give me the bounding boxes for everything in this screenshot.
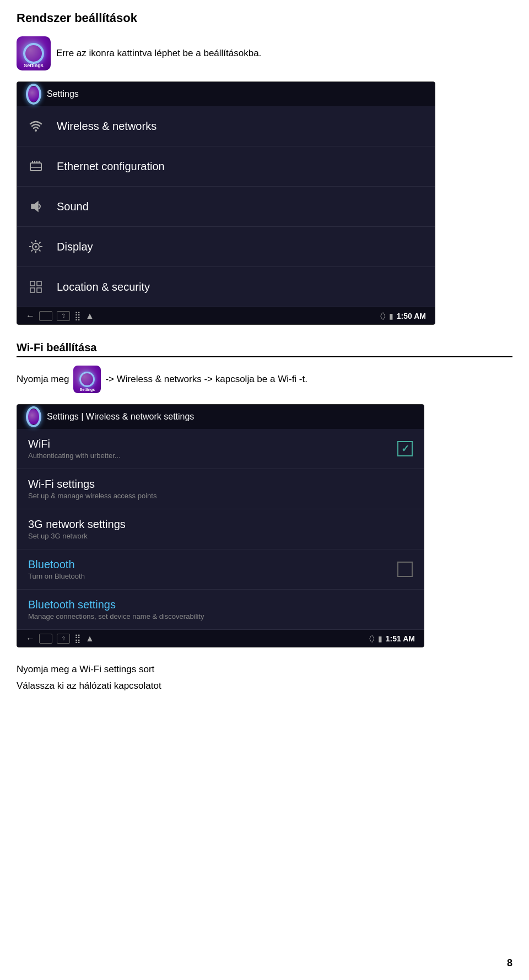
bluetooth-title: Bluetooth bbox=[28, 558, 85, 571]
svg-rect-1 bbox=[30, 163, 41, 171]
bluetooth-subtitle: Turn on Bluetooth bbox=[28, 572, 85, 580]
wireless-item-wifi[interactable]: WiFi Authenticating with urbetter... ✓ bbox=[17, 429, 424, 469]
settings-header-title: Settings bbox=[47, 89, 79, 99]
bluetooth-item-left: Bluetooth Turn on Bluetooth bbox=[28, 558, 85, 580]
menu-item-location-label: Location & security bbox=[57, 281, 150, 293]
display-icon bbox=[26, 237, 46, 257]
svg-rect-18 bbox=[30, 281, 35, 286]
menu-item-display[interactable]: Display bbox=[17, 227, 435, 267]
statusbar-right-2: 〈〉 ▮ 1:51 AM bbox=[369, 634, 415, 643]
svg-rect-19 bbox=[37, 281, 41, 286]
svg-marker-7 bbox=[31, 202, 38, 211]
ethernet-icon bbox=[26, 156, 46, 176]
3g-title: 3G network settings bbox=[28, 518, 126, 531]
volume-status-icon: 〈〉 bbox=[380, 311, 386, 320]
instruction-prefix: Nyomja meg bbox=[17, 374, 69, 385]
bottom-text-1: Nyomja meg a Wi-Fi settings sort bbox=[17, 664, 512, 675]
svg-line-14 bbox=[31, 242, 33, 244]
bluetoothsettings-subtitle: Manage connections, set device name & di… bbox=[28, 612, 204, 620]
settings-icon-label: Settings bbox=[17, 63, 51, 68]
statusbar-nav: ← ⇧ ⣿ ▲ bbox=[26, 311, 94, 321]
svg-line-15 bbox=[39, 250, 41, 252]
bottom-text-2: Válassza ki az hálózati kapcsolatot bbox=[17, 680, 512, 692]
sound-icon bbox=[26, 197, 46, 216]
header-settings-icon bbox=[26, 86, 41, 102]
status-time-2: 1:51 AM bbox=[386, 634, 415, 643]
wireless-screen: Settings | Wireless & network settings W… bbox=[17, 404, 424, 647]
svg-rect-21 bbox=[37, 288, 41, 292]
wireless-item-wifisettings[interactable]: Wi-Fi settings Set up & manage wireless … bbox=[17, 469, 424, 509]
wireless-header: Settings | Wireless & network settings bbox=[17, 405, 424, 429]
battery-icon: ▮ bbox=[389, 312, 393, 320]
volume-status-icon-2: 〈〉 bbox=[369, 634, 375, 643]
statusbar-1: ← ⇧ ⣿ ▲ 〈〉 ▮ 1:50 AM bbox=[17, 307, 435, 324]
statusbar-2: ← ⇧ ⣿ ▲ 〈〉 ▮ 1:51 AM bbox=[17, 630, 424, 647]
wifisettings-subtitle: Set up & manage wireless access points bbox=[28, 492, 156, 500]
settings-header: Settings bbox=[17, 82, 435, 106]
wifi-subtitle: Authenticating with urbetter... bbox=[28, 451, 121, 460]
wireless-item-3g[interactable]: 3G network settings Set up 3G network bbox=[17, 509, 424, 549]
statusbar-right-1: 〈〉 ▮ 1:50 AM bbox=[380, 311, 426, 320]
page-number: 8 bbox=[507, 957, 512, 969]
svg-rect-20 bbox=[30, 288, 35, 292]
intro-block: Settings Erre az ikonra kattintva léphet… bbox=[17, 36, 512, 70]
page-title: Rendszer beállítások bbox=[17, 11, 512, 25]
svg-point-0 bbox=[35, 129, 37, 132]
status-time-1: 1:50 AM bbox=[397, 312, 426, 320]
nav-usb: ⣿ bbox=[74, 311, 81, 321]
intro-text: Erre az ikonra kattintva léphet be a beá… bbox=[56, 48, 261, 59]
wifi-item-left: WiFi Authenticating with urbetter... bbox=[28, 438, 121, 460]
bluetoothsettings-title: Bluetooth settings bbox=[28, 598, 204, 611]
svg-line-16 bbox=[31, 250, 33, 252]
statusbar-2-nav: ← ⇧ ⣿ ▲ bbox=[26, 633, 94, 644]
menu-item-display-label: Display bbox=[57, 241, 93, 253]
bluetoothsettings-item-left: Bluetooth settings Manage connections, s… bbox=[28, 598, 204, 620]
menu-item-ethernet[interactable]: Ethernet configuration bbox=[17, 146, 435, 187]
instruction-suffix: -> Wireless & networks -> kapcsolja be a… bbox=[105, 374, 307, 385]
nav-back: ← bbox=[26, 311, 35, 321]
wifi-instruction: Nyomja meg Settings -> Wireless & networ… bbox=[17, 366, 512, 393]
battery-icon-2: ▮ bbox=[378, 634, 382, 643]
nav-usb-2: ⣿ bbox=[74, 633, 81, 644]
wifisettings-item-left: Wi-Fi settings Set up & manage wireless … bbox=[28, 478, 156, 500]
settings-icon-large: Settings bbox=[17, 36, 51, 70]
nav-android-2: ▲ bbox=[85, 634, 94, 644]
wifi-checkbox[interactable]: ✓ bbox=[397, 441, 413, 456]
wireless-item-bluetooth[interactable]: Bluetooth Turn on Bluetooth bbox=[17, 549, 424, 590]
settings-screen: Settings Wireless & networks Ether bbox=[17, 81, 435, 325]
3g-item-left: 3G network settings Set up 3G network bbox=[28, 518, 126, 540]
wireless-header-title: Settings | Wireless & network settings bbox=[47, 412, 194, 422]
svg-point-9 bbox=[35, 246, 37, 248]
settings-icon-medium: Settings bbox=[73, 366, 101, 393]
wifi-section-heading: Wi-Fi beállítása bbox=[17, 341, 512, 357]
wireless-item-bluetoothsettings[interactable]: Bluetooth settings Manage connections, s… bbox=[17, 590, 424, 630]
settings-icon-medium-label: Settings bbox=[73, 388, 101, 391]
3g-subtitle: Set up 3G network bbox=[28, 532, 126, 540]
menu-item-wireless-label: Wireless & networks bbox=[57, 120, 156, 133]
menu-item-wireless[interactable]: Wireless & networks bbox=[17, 106, 435, 146]
location-icon bbox=[26, 277, 46, 297]
nav-android: ▲ bbox=[85, 311, 94, 321]
menu-item-sound-label: Sound bbox=[57, 200, 89, 213]
menu-item-sound[interactable]: Sound bbox=[17, 187, 435, 227]
nav-back-2: ← bbox=[26, 634, 35, 644]
menu-item-ethernet-label: Ethernet configuration bbox=[57, 160, 165, 173]
wifi-icon bbox=[26, 116, 46, 136]
wifisettings-title: Wi-Fi settings bbox=[28, 478, 156, 491]
bluetooth-checkbox[interactable] bbox=[397, 562, 413, 577]
menu-item-location[interactable]: Location & security bbox=[17, 267, 435, 307]
wireless-header-icon bbox=[26, 409, 41, 424]
wifi-title: WiFi bbox=[28, 438, 121, 450]
svg-line-17 bbox=[39, 242, 41, 244]
